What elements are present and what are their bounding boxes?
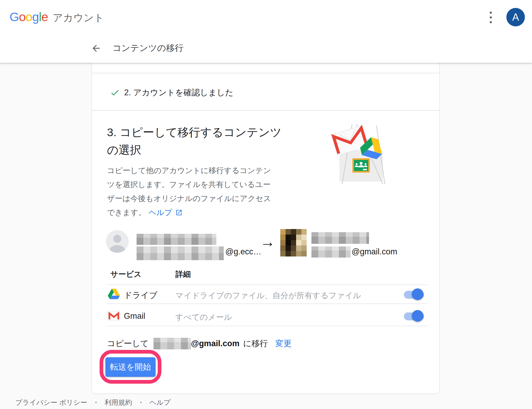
products-illustration [331,124,392,184]
destination-email-redacted [153,338,191,349]
kebab-dot [490,16,492,18]
source-email-redacted [137,246,224,260]
divider [92,110,439,111]
kebab-dot [490,21,492,23]
page-title: コンテンツの移行 [113,42,184,54]
start-transfer-button[interactable]: 転送を開始 [105,357,156,377]
divider [107,326,427,326]
product-name: アカウント [53,11,104,25]
gmail-toggle[interactable] [404,310,424,322]
destination-avatar-redacted [280,229,307,256]
source-email-suffix: @g.ecc… [225,247,262,256]
transfer-arrow-icon: → [260,233,275,250]
column-header-service: サービス [110,269,142,280]
source-name-redacted [137,234,216,245]
change-link[interactable]: 変更 [275,338,292,349]
service-detail: マイドライブのファイル、自分が所有するファイル [175,290,361,301]
service-label: Gmail [124,311,145,321]
drive-icon [108,289,120,299]
open-in-new-icon [175,209,183,216]
toggle-knob [412,288,423,300]
kebab-dot [490,12,492,14]
step3-description-text: コピーして他のアカウントに移行するコンテンツを選択します。ファイルを共有している… [107,166,271,217]
page-footer: プライバシー ポリシー ・ 利用規約 ・ ヘルプ [15,398,171,407]
back-button[interactable] [90,43,102,54]
classroom-icon [352,158,370,173]
column-header-detail: 詳細 [175,269,191,280]
back-arrow-icon [91,43,101,54]
help-footer-link[interactable]: ヘルプ [150,398,171,407]
gmail-icon [108,311,120,321]
destination-email-suffix: @gmail.com [352,247,397,256]
account-avatar[interactable]: A [506,8,525,26]
footer-separator: ・ [92,398,99,407]
divider [92,73,439,73]
step3-heading: 3. コピーして移行するコンテンツの選択 [107,123,292,159]
step2-row: 2. アカウントを確認しました [110,87,234,98]
destination-name-redacted [311,232,369,244]
help-link[interactable]: ヘルプ [149,208,172,217]
terms-link[interactable]: 利用規約 [105,398,132,407]
divider [107,303,427,304]
step2-label: 2. アカウントを確認しました [124,87,234,98]
app-header: Google アカウント A コンテンツの移行 [0,0,532,63]
toggle-knob [412,310,423,322]
destination-suffix: に移行 [243,338,268,349]
google-logo: Google [10,9,48,24]
destination-email-suffix: @gmail.com [191,339,240,348]
transfer-card: 2. アカウントを確認しました 3. コピーして移行するコンテンツの選択 [92,53,440,394]
google-account-logo: Google アカウント [10,9,104,25]
subheader: コンテンツの移行 [0,40,532,58]
source-avatar [106,230,129,253]
step3-description: コピーして他のアカウントに移行するコンテンツを選択します。ファイルを共有している… [107,164,278,220]
service-detail: すべてのメール [175,312,232,323]
privacy-policy-link[interactable]: プライバシー ポリシー [15,398,87,407]
destination-prefix: コピーして [107,338,149,349]
divider [107,284,427,285]
drive-toggle[interactable] [404,288,424,300]
more-options-button[interactable] [484,10,497,25]
google-account-transfer-page: 2. アカウントを確認しました 3. コピーして移行するコンテンツの選択 [0,0,532,409]
footer-separator: ・ [137,398,144,407]
destination-email-redacted [311,246,351,258]
check-icon [110,88,120,98]
destination-line: コピーして @gmail.com に移行 変更 [107,337,292,350]
service-label: ドライブ [124,290,157,301]
